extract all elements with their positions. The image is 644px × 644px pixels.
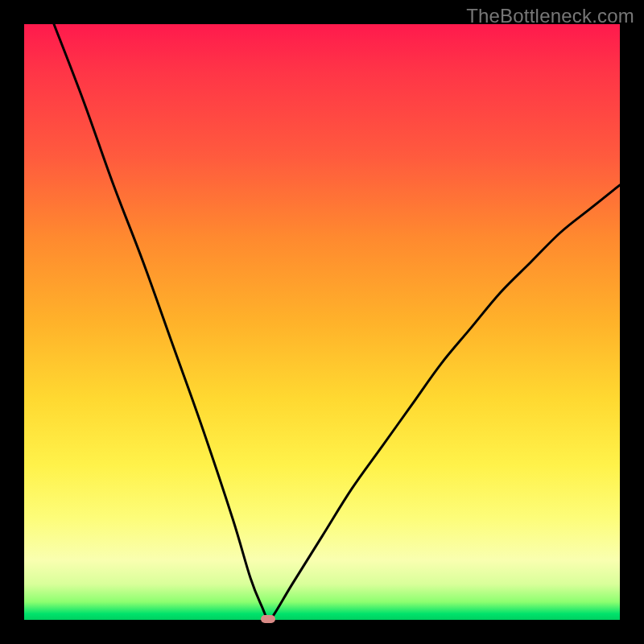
bottleneck-curve [24,24,620,620]
minimum-marker [261,615,275,623]
chart-frame: TheBottleneck.com [0,0,644,644]
plot-area [24,24,620,620]
